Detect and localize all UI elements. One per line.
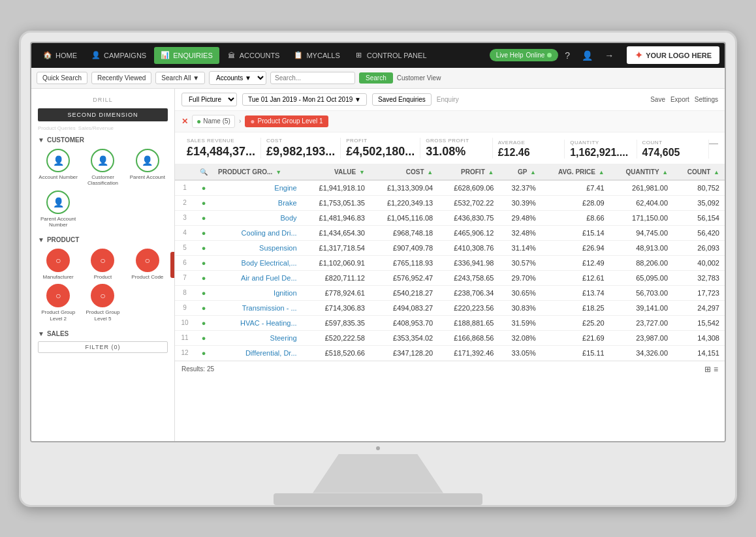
cell-search[interactable]: ●: [195, 225, 213, 240]
cell-product[interactable]: Steering: [213, 330, 302, 345]
customer-items-grid: 👤 Account Number 👤 Customer Classificati…: [31, 145, 174, 232]
table-row: 3 ● Body £1,481,946.83 £1,045,116.08 £43…: [175, 210, 725, 225]
picture-select[interactable]: Full Picture: [181, 93, 237, 106]
cell-product[interactable]: Body Electrical,...: [213, 255, 302, 270]
cell-search[interactable]: ●: [195, 180, 213, 196]
sidebar-item-parent-account[interactable]: 👤 Parent Account: [127, 149, 168, 187]
cell-search[interactable]: ●: [195, 210, 213, 225]
table-row: 2 ● Brake £1,753,051.35 £1,220,349.13 £5…: [175, 195, 725, 210]
col-search[interactable]: 🔍: [195, 164, 213, 180]
cell-product[interactable]: Engine: [213, 180, 302, 196]
nav-mycalls[interactable]: 📋 MYCALLS: [287, 47, 346, 64]
nav-campaigns[interactable]: 👤 CAMPAIGNS: [85, 47, 153, 64]
cell-quantity: 62,404.00: [610, 195, 673, 210]
grid-view-icon[interactable]: ⊞: [704, 365, 711, 374]
cell-gp: 29.70%: [499, 270, 541, 285]
second-dimension-button[interactable]: SECOND DIMENSION: [38, 108, 168, 121]
col-cost[interactable]: COST ▲: [370, 164, 438, 180]
cell-num: 1: [175, 180, 195, 196]
cell-product[interactable]: Transmission - ...: [213, 300, 302, 315]
filter-button[interactable]: FILTER (0): [38, 341, 168, 353]
cell-search[interactable]: ●: [195, 285, 213, 300]
data-table: 🔍 PRODUCT GRO... ▼ VALUE ▼ COST ▲ PROFIT…: [175, 164, 725, 361]
cell-product[interactable]: Differential, Dr...: [213, 345, 302, 360]
stats-collapse-button[interactable]: —: [709, 138, 718, 148]
cell-search[interactable]: ●: [195, 255, 213, 270]
cell-quantity: 34,326.00: [610, 345, 673, 360]
save-button[interactable]: Save: [650, 96, 665, 103]
product-items-grid: ○ Manufacturer ○ Product ○ Product Code …: [31, 245, 174, 326]
nav-accounts[interactable]: 🏛 ACCOUNTS: [221, 47, 287, 64]
cell-quantity: 65,095.00: [610, 270, 673, 285]
sidebar-item-product-group-5[interactable]: ○ Product Group Level 5: [82, 284, 123, 322]
sidebar-collapse-button[interactable]: ‹: [170, 252, 175, 278]
cell-product[interactable]: HVAC - Heating...: [213, 315, 302, 330]
view-icons[interactable]: ⊞ ≡: [704, 365, 718, 374]
date-range-button[interactable]: Tue 01 Jan 2019 - Mon 21 Oct 2019 ▼: [242, 93, 367, 106]
export-button[interactable]: Export: [670, 96, 689, 103]
cell-search[interactable]: ●: [195, 270, 213, 285]
table-row: 9 ● Transmission - ... £714,306.83 £494,…: [175, 300, 725, 315]
recently-viewed-button[interactable]: Recently Viewed: [91, 72, 151, 84]
nav-home[interactable]: 🏠 HOME: [37, 47, 84, 64]
cell-product[interactable]: Cooling and Dri...: [213, 225, 302, 240]
cell-search[interactable]: ●: [195, 330, 213, 345]
cell-gp: 30.57%: [499, 255, 541, 270]
search-input[interactable]: [270, 72, 355, 84]
cell-product[interactable]: Brake: [213, 195, 302, 210]
user-button[interactable]: 👤: [576, 46, 598, 65]
table-row: 6 ● Body Electrical,... £1,102,060.91 £7…: [175, 255, 725, 270]
search-button[interactable]: Search: [359, 72, 393, 84]
cell-search[interactable]: ●: [195, 195, 213, 210]
cell-product[interactable]: Suspension: [213, 240, 302, 255]
live-help-button[interactable]: Live Help Online: [490, 49, 559, 61]
nav-enquiries[interactable]: 📊 ENQUIRIES: [154, 47, 219, 64]
sidebar-item-account-number[interactable]: 👤 Account Number: [38, 149, 78, 187]
cell-search[interactable]: ●: [195, 345, 213, 360]
cell-num: 9: [175, 300, 195, 315]
cell-product[interactable]: Air and Fuel De...: [213, 270, 302, 285]
cell-search[interactable]: ●: [195, 315, 213, 330]
sidebar-item-parent-account-number[interactable]: 👤 Parent Account Number: [38, 191, 78, 228]
settings-button[interactable]: Settings: [695, 96, 718, 103]
cell-search[interactable]: ●: [195, 240, 213, 255]
cell-product[interactable]: Body: [213, 210, 302, 225]
col-count[interactable]: COUNT ▲: [673, 164, 725, 180]
cell-gp: 32.48%: [499, 225, 541, 240]
stat-cost: COST £9,982,193...: [261, 138, 341, 159]
cell-cost: £1,220,349.13: [370, 195, 438, 210]
col-avg-price[interactable]: AVG. PRICE ▲: [541, 164, 610, 180]
cell-cost: £408,953.70: [370, 315, 438, 330]
stat-average: AVERAGE £12.46: [493, 140, 565, 159]
customer-view-link[interactable]: Customer View: [397, 74, 441, 82]
accounts-dropdown[interactable]: Accounts ▼: [209, 71, 266, 85]
sidebar-item-product-group-2[interactable]: ○ Product Group Level 2: [38, 284, 78, 322]
col-gp[interactable]: GP ▲: [499, 164, 541, 180]
cell-value: £1,102,060.91: [302, 255, 370, 270]
nav-control-panel[interactable]: ⊞ CONTROL PANEL: [348, 47, 433, 64]
cell-quantity: 88,206.00: [610, 255, 673, 270]
quick-search-button[interactable]: Quick Search: [37, 72, 87, 84]
table-row: 7 ● Air and Fuel De... £820,711.12 £576,…: [175, 270, 725, 285]
sidebar-item-customer-classification[interactable]: 👤 Customer Classification: [82, 149, 123, 187]
saved-enquiries-button[interactable]: Saved Enquiries: [372, 93, 432, 106]
list-view-icon[interactable]: ≡: [714, 365, 718, 374]
cell-num: 8: [175, 285, 195, 300]
breadcrumb-name-button[interactable]: ● Name (5): [192, 115, 235, 128]
sidebar-item-product[interactable]: ○ Product: [82, 249, 123, 281]
cell-avg-price: £26.94: [541, 240, 610, 255]
col-value[interactable]: VALUE ▼: [302, 164, 370, 180]
breadcrumb-close-button[interactable]: ✕: [181, 117, 188, 126]
enquiry-link[interactable]: Enquiry: [437, 96, 459, 103]
cell-search[interactable]: ●: [195, 300, 213, 315]
col-product-group[interactable]: PRODUCT GRO... ▼: [213, 164, 302, 180]
logo-text: YOUR LOGO HERE: [646, 52, 712, 59]
sidebar-item-product-code[interactable]: ○ Product Code: [127, 249, 168, 281]
help-button[interactable]: ?: [559, 46, 575, 65]
col-quantity[interactable]: QUANTITY ▲: [610, 164, 673, 180]
search-all-button[interactable]: Search All ▼: [155, 72, 205, 84]
sidebar-item-manufacturer[interactable]: ○ Manufacturer: [38, 249, 78, 281]
logout-button[interactable]: →: [599, 46, 619, 65]
col-profit[interactable]: PROFIT ▲: [438, 164, 499, 180]
cell-product[interactable]: Ignition: [213, 285, 302, 300]
